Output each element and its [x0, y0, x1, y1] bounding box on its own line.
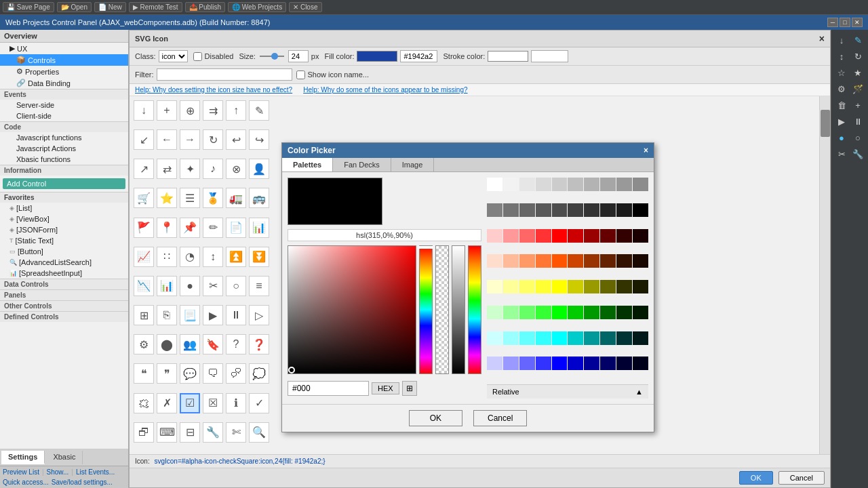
palette-color-cell[interactable]: [616, 254, 632, 268]
palette-color-cell[interactable]: [633, 280, 648, 293]
icon-cell-doc[interactable]: 📄: [226, 218, 246, 238]
tree-item-controls[interactable]: 📦 Controls: [0, 54, 128, 66]
right-icon-star-outline[interactable]: ☆: [834, 65, 849, 80]
palette-color-cell[interactable]: [503, 331, 519, 345]
icon-cell-repeat[interactable]: ⇄: [157, 159, 177, 179]
icon-cell-arrow-right[interactable]: →: [180, 129, 200, 150]
icon-cell-chat[interactable]: 🗪: [226, 363, 246, 384]
palette-color-cell[interactable]: [552, 178, 568, 191]
icon-cell-check-sq[interactable]: ☑: [180, 393, 200, 413]
icon-cell-speech2[interactable]: 🗨: [203, 363, 223, 384]
right-icon-pause[interactable]: ⏸: [850, 114, 865, 129]
palette-color-cell[interactable]: [552, 203, 568, 217]
icon-cell-quote2[interactable]: ❞: [157, 363, 177, 384]
stroke-color-swatch[interactable]: [488, 51, 528, 62]
palette-color-cell[interactable]: [536, 357, 551, 370]
palette-color-cell[interactable]: [633, 229, 648, 243]
tree-item-ux[interactable]: ▶ UX: [0, 43, 128, 54]
palette-color-cell[interactable]: [503, 203, 519, 217]
tree-item-static-text[interactable]: T [Static Text]: [0, 235, 128, 246]
palette-color-cell[interactable]: [536, 306, 551, 319]
palette-color-cell[interactable]: [568, 306, 583, 319]
filter-input[interactable]: [157, 68, 292, 81]
palette-color-cell[interactable]: [487, 178, 502, 191]
tree-item-js-actions[interactable]: Javascript Actions: [0, 143, 128, 154]
tree-item-viewbox[interactable]: ◈ [ViewBox]: [0, 214, 128, 224]
icon-cell-star-cart[interactable]: ⭐: [157, 188, 177, 208]
web-projects-btn[interactable]: 🌐 Web Projects: [228, 2, 286, 12]
right-icon-delete[interactable]: 🗑: [834, 98, 849, 113]
palette-color-cell[interactable]: [584, 357, 599, 370]
icon-cell-play[interactable]: ▶: [203, 305, 223, 325]
icon-cell-terminal[interactable]: ⌨: [157, 422, 177, 443]
new-btn[interactable]: 📄 New: [94, 2, 126, 12]
palette-color-cell[interactable]: [552, 229, 568, 243]
palette-color-cell[interactable]: [536, 203, 551, 217]
icon-cell-x[interactable]: ✗: [157, 393, 177, 413]
icon-cell-flag[interactable]: 🚩: [134, 218, 154, 238]
palette-color-cell[interactable]: [503, 280, 519, 293]
right-icon-plus2[interactable]: +: [850, 98, 865, 113]
right-icon-wrench[interactable]: 🔧: [850, 146, 865, 161]
icon-cell-scatter[interactable]: ∷: [157, 247, 177, 267]
icon-cell-table2[interactable]: ⊟: [180, 422, 200, 443]
grid-btn[interactable]: ⊞: [402, 381, 417, 396]
color-picker-close[interactable]: ×: [644, 146, 648, 155]
right-icon-pencil[interactable]: ✎: [850, 33, 865, 47]
color-gradient-picker[interactable]: [288, 245, 416, 374]
save-page-btn[interactable]: 💾 Save Page: [3, 2, 54, 12]
icon-cell-arrow-left[interactable]: ←: [157, 129, 177, 150]
palette-color-cell[interactable]: [519, 331, 535, 345]
icon-cell-menu[interactable]: ☰: [180, 188, 200, 208]
cp-tab-image[interactable]: Image: [391, 158, 435, 171]
help-link-1[interactable]: Help: Why does setting the icon size hav…: [135, 86, 292, 94]
palette-color-cell[interactable]: [487, 203, 502, 217]
palette-color-cell[interactable]: [519, 254, 535, 268]
icon-cell-user[interactable]: 👤: [249, 159, 269, 179]
color-picker-cancel[interactable]: Cancel: [473, 410, 527, 426]
icon-cell-copy[interactable]: ⎘: [157, 305, 177, 325]
palette-color-cell[interactable]: [633, 331, 648, 345]
brightness-bar[interactable]: [452, 245, 465, 374]
icon-cell-table[interactable]: 📊: [249, 218, 269, 238]
tree-item-list[interactable]: ◈ [List]: [0, 203, 128, 214]
palette-color-cell[interactable]: [503, 357, 519, 370]
cp-tab-palettes[interactable]: Palettes: [282, 158, 333, 171]
palette-color-cell[interactable]: [519, 229, 535, 243]
palette-color-cell[interactable]: [600, 331, 616, 345]
palette-color-cell[interactable]: [633, 254, 648, 268]
palette-color-cell[interactable]: [552, 254, 568, 268]
right-icon-circle-outline[interactable]: ○: [850, 130, 865, 145]
icon-cell-up-arrows[interactable]: ↑: [226, 100, 246, 121]
palette-color-cell[interactable]: [616, 178, 632, 191]
palette-color-cell[interactable]: [503, 254, 519, 268]
icon-cell-double-down[interactable]: ⏬: [249, 247, 269, 267]
close-btn[interactable]: ✕ Close: [289, 2, 321, 12]
icon-cell-plus-circle[interactable]: ⊕: [180, 100, 200, 121]
icon-cell-info[interactable]: ℹ: [226, 393, 246, 413]
icon-cell-bar-chart[interactable]: 📊: [157, 276, 177, 296]
xbasic-tab[interactable]: Xbasic: [46, 451, 83, 464]
maximize-btn[interactable]: □: [840, 18, 850, 27]
palette-color-cell[interactable]: [600, 229, 616, 243]
palette-color-cell[interactable]: [568, 178, 583, 191]
palette-color-cell[interactable]: [536, 254, 551, 268]
publish-btn[interactable]: 📤 Publish: [185, 2, 226, 12]
close-window-btn[interactable]: ✕: [852, 18, 863, 27]
palette-color-cell[interactable]: [616, 306, 632, 319]
icon-cell-question[interactable]: ?: [226, 334, 246, 354]
svg-icon-ok-btn[interactable]: OK: [739, 471, 773, 485]
tree-item-jsonform[interactable]: ◈ [JSONForm]: [0, 224, 128, 235]
color-picker-dialog[interactable]: Color Picker × Palettes Fan Decks Image …: [281, 142, 654, 432]
right-icon-scissors[interactable]: ✂: [834, 146, 849, 161]
hex-input[interactable]: [288, 381, 369, 396]
icon-cell-q2[interactable]: ❓: [249, 334, 269, 354]
palette-color-cell[interactable]: [600, 306, 616, 319]
icon-cell-speech[interactable]: 💬: [180, 363, 200, 384]
icon-cell-arrow-ne[interactable]: ↗: [134, 159, 154, 179]
open-btn[interactable]: 📂 Open: [57, 2, 92, 12]
icon-cell-grid[interactable]: ⊞: [134, 305, 154, 325]
palette-color-cell[interactable]: [584, 203, 599, 217]
palette-color-cell[interactable]: [616, 280, 632, 293]
palette-color-cell[interactable]: [633, 306, 648, 319]
